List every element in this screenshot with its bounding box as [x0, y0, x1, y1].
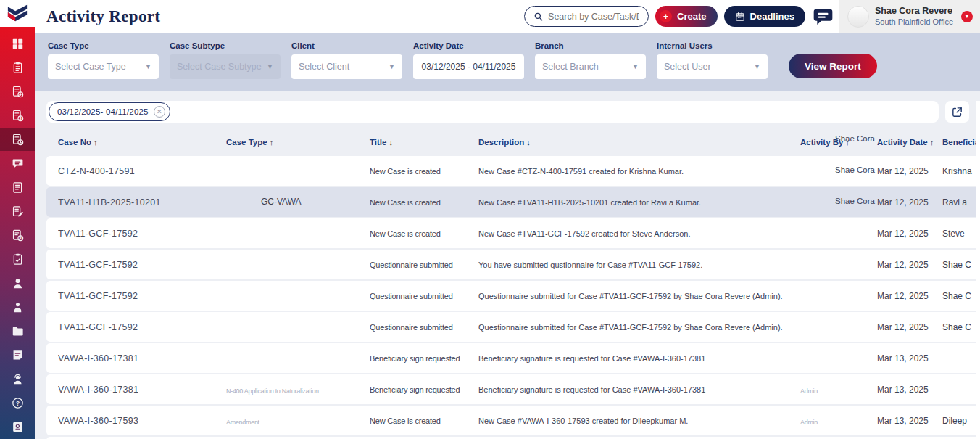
- calendar-icon: [735, 12, 745, 22]
- svg-text:?: ?: [15, 399, 19, 406]
- document-dollar-icon: $: [11, 109, 25, 123]
- chip-label: 03/12/2025- 04/11/2025: [57, 107, 149, 116]
- sidebar-item-messages[interactable]: [0, 152, 35, 175]
- filter-client: Client Select Client ▼: [291, 41, 402, 79]
- sidebar-item-notes[interactable]: [0, 343, 35, 366]
- cell-description: Questionnaire submitted for Case #TVA11-…: [478, 323, 800, 332]
- internal-users-select[interactable]: Select User ▼: [657, 54, 768, 79]
- cell-case-no: CTZ-N-400-17591: [58, 166, 226, 176]
- sort-up-icon: ↑: [930, 138, 934, 147]
- sidebar-item-knowledge-base[interactable]: [0, 415, 35, 438]
- svg-text:$: $: [19, 116, 21, 120]
- note-icon: [11, 348, 25, 362]
- column-header-title[interactable]: Title↓: [370, 138, 478, 147]
- sidebar-item-tasks[interactable]: [0, 56, 35, 79]
- sidebar-item-support[interactable]: [0, 367, 35, 390]
- view-report-button[interactable]: View Report: [789, 54, 877, 78]
- case-subtype-select[interactable]: Select Case Subtype ▼: [170, 54, 281, 79]
- sort-down-icon: ↓: [526, 138, 531, 147]
- filter-label: Case Type: [48, 41, 159, 50]
- folder-icon: [11, 324, 25, 338]
- filter-value: Select Client: [299, 62, 349, 72]
- user-menu[interactable]: Shae Cora Revere South Plainfield Office…: [839, 0, 980, 33]
- user-office: South Plainfield Office: [875, 17, 953, 27]
- svg-text:B: B: [19, 237, 22, 240]
- column-header-beneficiary[interactable]: Beneficiary: [942, 138, 976, 147]
- cell-case-no: TVA11-GCF-17592: [58, 291, 226, 301]
- cell-activity-date: Mar 12, 2025: [877, 260, 942, 270]
- document-pencil-icon: [11, 205, 25, 218]
- grid-icon: [11, 37, 25, 51]
- chevron-down-icon: ▼: [754, 63, 760, 70]
- cell-activity-date: Mar 12, 2025: [877, 291, 942, 301]
- search-input[interactable]: [548, 12, 639, 22]
- sidebar-item-forms[interactable]: [0, 200, 35, 223]
- sort-down-icon: ↓: [389, 138, 393, 147]
- search-icon: [533, 12, 544, 22]
- filter-label: Activity Date: [413, 41, 524, 50]
- cell-activity-date: Mar 12, 2025: [877, 229, 942, 239]
- sidebar-item-invoices[interactable]: B: [0, 223, 35, 247]
- cell-case-no: TVA11-GCF-17592: [58, 322, 226, 332]
- branch-select[interactable]: Select Branch ▼: [535, 54, 646, 79]
- filter-activity-date: Activity Date 03/12/2025 - 04/11/2025: [413, 41, 524, 79]
- sidebar-item-clients[interactable]: [0, 295, 35, 319]
- cell-description: New Case #TVA11-GCF-17592 created for St…: [478, 229, 800, 238]
- column-header-description[interactable]: Description↓: [478, 138, 800, 147]
- sidebar-rail: $ B ?: [0, 27, 35, 439]
- sidebar-item-activity-report[interactable]: [0, 128, 35, 151]
- date-filter-chip[interactable]: 03/12/2025- 04/11/2025 ✕: [49, 102, 170, 121]
- column-header-case-no[interactable]: Case No↑: [58, 138, 226, 147]
- chevron-down-icon[interactable]: ▼: [961, 11, 973, 22]
- column-header-activity-date[interactable]: Activity Date↑: [877, 138, 942, 147]
- sidebar-item-billing[interactable]: $: [0, 104, 35, 127]
- create-button[interactable]: + Create: [655, 6, 717, 27]
- sidebar-item-team[interactable]: [0, 271, 35, 295]
- cell-description: New Case #CTZ-N-400-17591 created for Kr…: [478, 167, 800, 176]
- cell-case-no: VAWA-I-360-17381: [58, 385, 226, 395]
- filter-label: Case Subtype: [170, 41, 281, 50]
- cell-case-no: VAWA-I-360-17593: [58, 416, 226, 426]
- question-circle-icon: ?: [11, 396, 25, 410]
- cell-title: New Case is created: [370, 229, 478, 238]
- person-icon: [11, 276, 25, 290]
- table-row[interactable]: VAWA-I-360-17593 GC-VAWAI-360 Violation …: [46, 406, 976, 435]
- filter-value: Select Case Subtype: [177, 62, 262, 72]
- close-icon[interactable]: ✕: [154, 106, 165, 118]
- activity-date-input[interactable]: 03/12/2025 - 04/11/2025: [413, 54, 524, 79]
- sidebar-item-contracts[interactable]: [0, 176, 35, 199]
- cell-case-no: TVA11-GCF-17592: [58, 229, 226, 239]
- cell-activity-by: Shae Cora RevereAdmin: [800, 197, 877, 439]
- sidebar-item-checklists[interactable]: [0, 247, 35, 271]
- filter-value: Select Case Type: [55, 62, 126, 72]
- vertical-scrollbar[interactable]: [976, 101, 980, 439]
- person-solid-icon: [11, 300, 25, 314]
- app-logo[interactable]: [0, 0, 35, 27]
- sidebar-item-help[interactable]: ?: [0, 391, 35, 414]
- chevron-down-icon: ▼: [389, 63, 395, 70]
- filter-fields: Case Type Select Case Type ▼ Case Subtyp…: [48, 41, 768, 79]
- global-search[interactable]: [524, 6, 649, 27]
- cell-beneficiary: Ravi a: [942, 197, 976, 208]
- sidebar-item-cases[interactable]: [0, 80, 35, 103]
- client-select[interactable]: Select Client ▼: [291, 54, 402, 79]
- cell-title: New Case is created: [370, 198, 478, 207]
- sort-up-icon: ↑: [94, 138, 98, 147]
- cell-title: Beneficiary sign requested: [370, 385, 478, 394]
- chevron-down-icon: ▼: [632, 63, 639, 70]
- sidebar-item-files[interactable]: [0, 319, 35, 342]
- chat-icon[interactable]: [812, 7, 834, 27]
- sidebar-item-dashboard[interactable]: [0, 32, 35, 55]
- cell-title: Questionnaire submitted: [370, 260, 478, 269]
- deadlines-button[interactable]: Deadlines: [724, 6, 805, 27]
- applied-filters-bar: 03/12/2025- 04/11/2025 ✕: [46, 101, 939, 123]
- logo-icon: [7, 4, 28, 22]
- cell-title: Questionnaire submitted: [370, 292, 478, 300]
- export-button[interactable]: [945, 101, 969, 123]
- chevron-down-icon: ▼: [267, 63, 273, 70]
- case-type-select[interactable]: Select Case Type ▼: [48, 54, 159, 79]
- avatar: [847, 6, 869, 28]
- cell-case-type: GC-VAWAI-360 Violation Against Women Act: [226, 197, 370, 439]
- clipboard-icon: [11, 61, 25, 75]
- cell-case-no: TVA11-H1B-2025-10201: [58, 197, 226, 208]
